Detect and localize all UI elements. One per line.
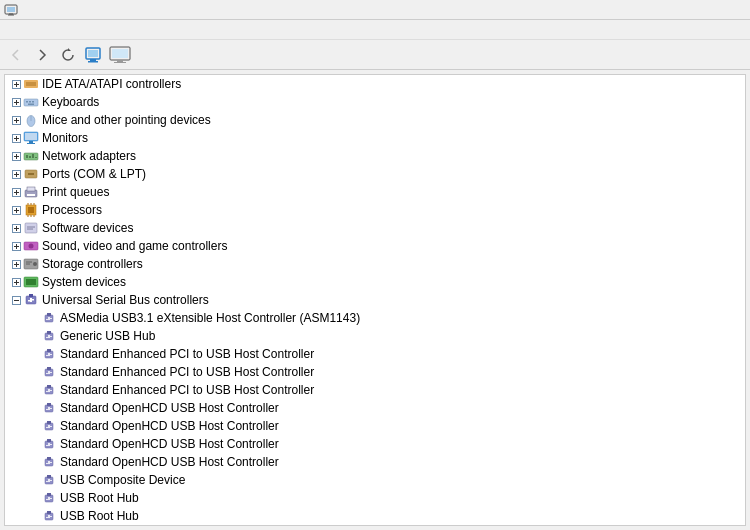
toolbar-properties[interactable] [82,44,106,66]
toolbar-refresh[interactable] [56,44,80,66]
tree-item-usb-ohcd1[interactable]: Standard OpenHCD USB Host Controller [5,399,745,417]
svg-rect-121 [46,391,48,392]
tree-item-usb-root1[interactable]: USB Root Hub [5,489,745,507]
label-software: Software devices [42,221,133,235]
expand-btn-mice[interactable] [9,113,23,127]
svg-rect-122 [50,390,52,391]
icon-usb-generic [41,328,57,344]
icon-processors [23,202,39,218]
expand-btn-keyboards[interactable] [9,95,23,109]
icon-network [23,148,39,164]
tree-item-usb-ohcd3[interactable]: Standard OpenHCD USB Host Controller [5,435,745,453]
expand-btn-monitors[interactable] [9,131,23,145]
svg-rect-10 [112,49,128,58]
icon-usb-ohcd4 [41,454,57,470]
svg-rect-154 [47,511,51,514]
expand-btn-usb[interactable] [9,293,23,307]
label-usb-root1: USB Root Hub [60,491,139,505]
tree-item-ports[interactable]: Ports (COM & LPT) [5,165,745,183]
label-usb-pci1: Standard Enhanced PCI to USB Host Contro… [60,347,314,361]
menu-help[interactable] [52,28,68,32]
tree-item-mice[interactable]: Mice and other pointing devices [5,111,745,129]
tree-item-ide[interactable]: IDE ATA/ATAPI controllers [5,75,745,93]
icon-usb-pci1 [41,346,57,362]
svg-rect-25 [28,104,34,106]
svg-rect-119 [47,385,51,388]
svg-rect-45 [35,157,37,158]
tree-item-network[interactable]: Network adapters [5,147,745,165]
tree-item-usb-composite[interactable]: USB Composite Device [5,471,745,489]
tree-item-usb[interactable]: Universal Serial Bus controllers [5,291,745,309]
expand-btn-processors[interactable] [9,203,23,217]
svg-rect-12 [114,62,126,63]
svg-rect-95 [30,298,32,302]
svg-rect-99 [47,313,51,316]
svg-rect-36 [29,141,33,143]
expand-btn-sound[interactable] [9,239,23,253]
expand-btn-ports[interactable] [9,167,23,181]
expand-btn-ide[interactable] [9,77,23,91]
toolbar-forward[interactable] [30,44,54,66]
svg-rect-130 [48,425,50,428]
tree-item-sound[interactable]: Sound, video and game controllers [5,237,745,255]
svg-rect-90 [26,279,36,285]
expand-btn-network[interactable] [9,149,23,163]
tree-item-usb-pci1[interactable]: Standard Enhanced PCI to USB Host Contro… [5,345,745,363]
tree-item-usb-ohcd2[interactable]: Standard OpenHCD USB Host Controller [5,417,745,435]
tree-item-printqueues[interactable]: Print queues [5,183,745,201]
expand-btn-system[interactable] [9,275,23,289]
svg-rect-132 [50,426,52,427]
icon-printqueues [23,184,39,200]
icon-usb-pci3 [41,382,57,398]
toolbar-back[interactable] [4,44,28,66]
svg-rect-112 [50,354,52,355]
svg-rect-139 [47,457,51,460]
svg-rect-141 [46,463,48,464]
svg-rect-145 [48,479,50,482]
svg-rect-135 [48,443,50,446]
toolbar [0,40,750,70]
toolbar-computer[interactable] [108,44,132,66]
icon-keyboards [23,94,39,110]
svg-rect-102 [50,318,52,319]
device-tree[interactable]: IDE ATA/ATAPI controllersKeyboardsMice a… [4,74,746,526]
tree-item-usb-pci2[interactable]: Standard Enhanced PCI to USB Host Contro… [5,363,745,381]
tree-item-usb-generic[interactable]: Generic USB Hub [5,327,745,345]
menu-action[interactable] [20,28,36,32]
svg-rect-127 [50,408,52,409]
svg-rect-144 [47,475,51,478]
tree-item-usb-asmedia[interactable]: ASMedia USB3.1 eXtensible Host Controlle… [5,309,745,327]
svg-rect-6 [88,50,98,57]
svg-rect-140 [48,461,50,464]
menu-file[interactable] [4,28,20,32]
expand-btn-printqueues[interactable] [9,185,23,199]
tree-item-usb-pci3[interactable]: Standard Enhanced PCI to USB Host Contro… [5,381,745,399]
tree-item-system[interactable]: System devices [5,273,745,291]
expand-btn-storage[interactable] [9,257,23,271]
tree-item-processors[interactable]: Processors [5,201,745,219]
svg-rect-147 [50,480,52,481]
svg-rect-125 [48,407,50,410]
tree-item-monitors[interactable]: Monitors [5,129,745,147]
icon-mice [23,112,39,128]
icon-storage [23,256,39,272]
icon-usb-composite [41,472,57,488]
svg-rect-150 [48,497,50,500]
svg-point-83 [33,262,37,266]
label-printqueues: Print queues [42,185,109,199]
tree-item-usb-root3[interactable]: USB Root Hub [5,525,745,526]
icon-usb-ohcd1 [41,400,57,416]
menu-view[interactable] [36,28,52,32]
tree-item-usb-root2[interactable]: USB Root Hub [5,507,745,525]
svg-rect-136 [46,445,48,446]
svg-rect-109 [47,349,51,352]
svg-rect-151 [46,499,48,500]
svg-rect-100 [48,317,50,320]
tree-item-usb-ohcd4[interactable]: Standard OpenHCD USB Host Controller [5,453,745,471]
tree-item-software[interactable]: Software devices [5,219,745,237]
tree-item-storage[interactable]: Storage controllers [5,255,745,273]
label-processors: Processors [42,203,102,217]
expand-btn-software[interactable] [9,221,23,235]
tree-item-keyboards[interactable]: Keyboards [5,93,745,111]
svg-rect-43 [29,156,31,158]
